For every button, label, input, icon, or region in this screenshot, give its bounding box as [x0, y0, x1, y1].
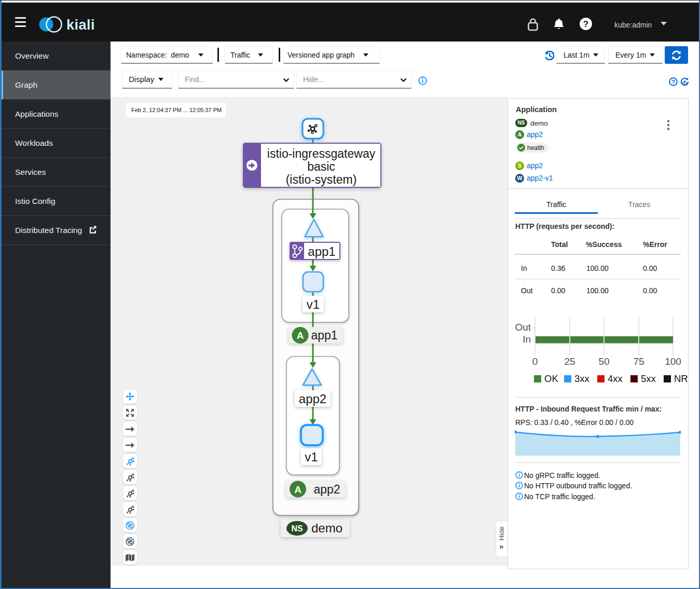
svg-text:NS: NS	[291, 524, 303, 533]
svg-text:NR: NR	[674, 373, 688, 384]
svg-text:?: ?	[583, 19, 588, 29]
svg-text:app1: app1	[308, 244, 335, 258]
svg-text:app2: app2	[299, 392, 326, 406]
svg-text:3xx: 3xx	[574, 373, 590, 384]
svg-text:v1: v1	[305, 450, 318, 464]
svg-text:(istio-system): (istio-system)	[286, 173, 357, 186]
svg-text:A: A	[294, 484, 301, 495]
svg-text:app1: app1	[311, 328, 337, 342]
svg-text:app2: app2	[313, 483, 340, 496]
svg-text:istio-ingressgateway: istio-ingressgateway	[267, 147, 376, 160]
svg-text:basic: basic	[307, 160, 335, 173]
svg-text:A: A	[297, 330, 304, 341]
svg-text:75: 75	[633, 356, 644, 367]
svg-text:50: 50	[598, 356, 609, 367]
svg-text:Feb 2, 12:04:37 PM ... 12:05:3: Feb 2, 12:04:37 PM ... 12:05:37 PM	[131, 107, 222, 113]
svg-text:v1: v1	[307, 297, 320, 311]
svg-text:?: ?	[671, 79, 675, 85]
svg-text:5xx: 5xx	[641, 373, 656, 384]
svg-text:0: 0	[532, 356, 538, 367]
svg-text:demo: demo	[311, 521, 342, 535]
svg-text:OK: OK	[544, 373, 558, 384]
svg-text:In: In	[523, 334, 531, 345]
svg-text:25: 25	[564, 356, 575, 367]
svg-text:Out: Out	[515, 322, 531, 333]
svg-text:100: 100	[665, 356, 681, 367]
svg-text:4xx: 4xx	[608, 373, 623, 384]
